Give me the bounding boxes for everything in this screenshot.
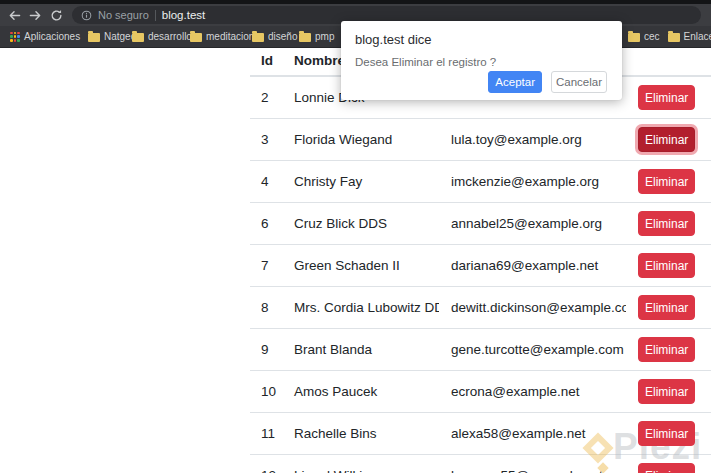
cell-name: Rachelle Bins [282, 413, 439, 455]
table-row: 11 Rachelle Bins alexa58@example.net Eli… [250, 413, 711, 455]
bookmark-folder[interactable]: cec [624, 26, 664, 47]
eliminar-button[interactable]: Eliminar [638, 169, 695, 194]
folder-icon [190, 33, 202, 42]
forward-button[interactable] [25, 6, 46, 24]
bookmark-folder[interactable]: Enlaces ap [664, 26, 711, 47]
bookmarks-bar-right: cec Enlaces ap [624, 26, 711, 47]
cell-action: Eliminar [626, 76, 711, 119]
dialog-message: Desea Eliminar el registro ? [355, 56, 496, 68]
eliminar-button[interactable]: Eliminar [638, 379, 695, 404]
cancel-button[interactable]: Cancelar [551, 71, 607, 93]
cell-email: imckenzie@example.org [439, 161, 626, 203]
cell-action: Eliminar [626, 203, 711, 245]
eliminar-button[interactable]: Eliminar [638, 463, 695, 473]
cell-id: 9 [250, 329, 282, 371]
cell-action: Eliminar [626, 161, 711, 203]
cell-name: Christy Fay [282, 161, 439, 203]
back-arrow-icon [8, 9, 21, 22]
back-button[interactable] [4, 6, 25, 24]
eliminar-button[interactable]: Eliminar [638, 337, 695, 362]
eliminar-button[interactable]: Eliminar [638, 295, 695, 320]
cell-action: Eliminar [626, 455, 711, 473]
refresh-icon [50, 9, 63, 22]
folder-icon [668, 33, 680, 42]
cell-id: 3 [250, 119, 282, 161]
cell-action: Eliminar [626, 245, 711, 287]
cell-id: 6 [250, 203, 282, 245]
cell-name: Brant Blanda [282, 329, 439, 371]
cell-action: Eliminar [626, 287, 711, 329]
cell-email: lula.toy@example.org [439, 119, 626, 161]
cell-email: annabel25@example.org [439, 203, 626, 245]
folder-icon [88, 33, 100, 42]
cell-id: 4 [250, 161, 282, 203]
cell-name: Amos Paucek [282, 371, 439, 413]
dialog-title: blog.test dice [355, 32, 432, 47]
apps-grid-icon [10, 32, 20, 42]
folder-icon [628, 33, 640, 42]
cell-email: alexa58@example.net [439, 413, 626, 455]
info-icon [81, 10, 92, 21]
security-label[interactable]: No seguro [98, 9, 149, 21]
refresh-button[interactable] [46, 6, 67, 24]
cell-email: gene.turcotte@example.com [439, 329, 626, 371]
table-row: 9 Brant Blanda gene.turcotte@example.com… [250, 329, 711, 371]
url-text[interactable]: blog.test [162, 9, 205, 21]
confirm-dialog: blog.test dice Desea Eliminar el registr… [341, 21, 622, 100]
bookmark-label: cec [644, 31, 660, 42]
forward-arrow-icon [29, 9, 42, 22]
bookmark-folder[interactable]: diseño [248, 26, 301, 47]
cell-name: Lionel Wilkinson [282, 455, 439, 473]
eliminar-button[interactable]: Eliminar [638, 211, 695, 236]
cell-id: 10 [250, 371, 282, 413]
folder-icon [132, 33, 144, 42]
cell-action: Eliminar [626, 329, 711, 371]
table-row: 10 Amos Paucek ecrona@example.net Elimin… [250, 371, 711, 413]
table-row: 7 Green Schaden II dariana69@example.net… [250, 245, 711, 287]
cell-id: 7 [250, 245, 282, 287]
cell-id: 2 [250, 76, 282, 119]
bookmark-label: Enlaces ap [684, 31, 711, 42]
table-row: 12 Lionel Wilkinson brannon55@example.ne… [250, 455, 711, 473]
bookmark-label: pmp [315, 31, 334, 42]
cell-id: 11 [250, 413, 282, 455]
bookmark-label: diseño [268, 31, 297, 42]
table-row: 4 Christy Fay imckenzie@example.org Elim… [250, 161, 711, 203]
cell-email: ecrona@example.net [439, 371, 626, 413]
cell-action: Eliminar [626, 413, 711, 455]
cell-name: Florida Wiegand [282, 119, 439, 161]
table-row: 3 Florida Wiegand lula.toy@example.org E… [250, 119, 711, 161]
eliminar-button[interactable]: Eliminar [638, 253, 695, 278]
cell-name: Cruz Blick DDS [282, 203, 439, 245]
cell-action: Eliminar [626, 119, 711, 161]
cell-email: dariana69@example.net [439, 245, 626, 287]
users-table: Id Nombre 2 Lonnie Dick Eliminar 3 Flori… [250, 47, 711, 473]
omnibox-divider [155, 10, 156, 21]
cell-name: Green Schaden II [282, 245, 439, 287]
folder-icon [299, 33, 311, 42]
bookmark-folder[interactable]: pmp [295, 26, 338, 47]
bookmark-label: Aplicaciones [24, 31, 80, 42]
eliminar-button[interactable]: Eliminar [638, 127, 695, 152]
cell-email: dewitt.dickinson@example.com [439, 287, 626, 329]
bookmark-apps[interactable]: Aplicaciones [6, 26, 84, 47]
accept-button[interactable]: Aceptar [488, 71, 542, 93]
header-id: Id [250, 47, 282, 76]
table-row: 8 Mrs. Cordia Lubowitz DDS dewitt.dickin… [250, 287, 711, 329]
dialog-actions: Aceptar Cancelar [488, 71, 607, 93]
folder-icon [252, 33, 264, 42]
cell-id: 12 [250, 455, 282, 473]
cell-action: Eliminar [626, 371, 711, 413]
table-row: 6 Cruz Blick DDS annabel25@example.org E… [250, 203, 711, 245]
cell-email: brannon55@example.net [439, 455, 626, 473]
cell-name: Mrs. Cordia Lubowitz DDS [282, 287, 439, 329]
eliminar-button[interactable]: Eliminar [638, 421, 695, 446]
header-action [626, 47, 711, 76]
cell-id: 8 [250, 287, 282, 329]
eliminar-button[interactable]: Eliminar [638, 85, 695, 110]
